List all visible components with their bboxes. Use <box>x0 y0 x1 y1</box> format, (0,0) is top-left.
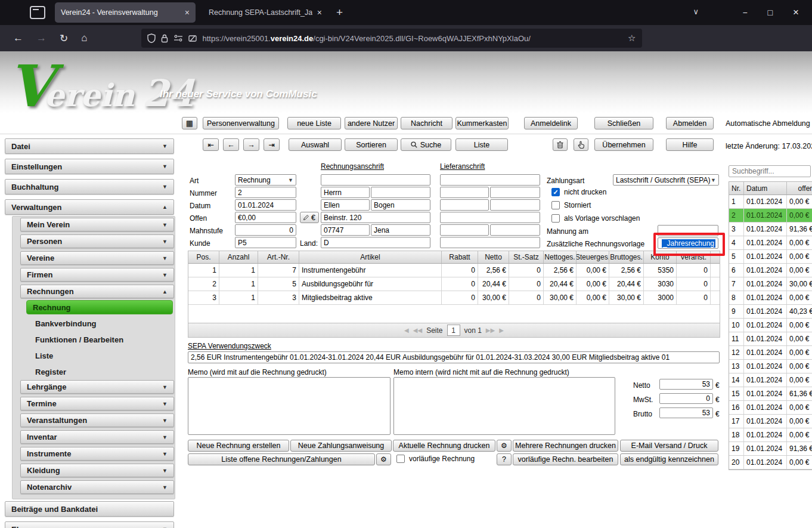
vorlaeufige-bearbeiten-button[interactable]: vorläufige Rechn. bearbeiten <box>513 453 618 465</box>
nachricht-button[interactable]: Nachricht <box>401 117 453 129</box>
next-page-icon[interactable]: ▶▶ <box>486 327 495 334</box>
record-search-input[interactable] <box>729 165 811 177</box>
forward-button[interactable]: → <box>36 32 47 44</box>
sidebar-item[interactable]: Firmen ▼ <box>20 268 174 282</box>
nummer-field[interactable]: 2 <box>235 187 296 198</box>
mwst-field[interactable]: 0 <box>659 393 713 404</box>
anmeldelink-button[interactable]: Anmeldelink <box>524 117 578 129</box>
reload-button[interactable]: ↻ <box>60 32 68 45</box>
hilfe-button[interactable]: Hilfe <box>666 138 714 151</box>
suche-button[interactable]: Suche <box>401 138 451 151</box>
billing-zip-field[interactable]: 07747 <box>321 224 370 236</box>
sidebar-item[interactable]: Buchhaltung ▼ <box>5 179 174 194</box>
billing-city-field[interactable]: Jena <box>371 224 430 236</box>
schliessen-button[interactable]: Schließen <box>594 117 653 129</box>
sidebar-item[interactable]: Datei ▼ <box>5 138 174 154</box>
record-row[interactable]: 4 01.01.2024 0,00 € <box>729 236 812 250</box>
sidebar-item[interactable]: Mein Verein ▼ <box>20 218 174 231</box>
record-row[interactable]: 15 01.01.2024 61,36 € <box>729 387 812 401</box>
sidebar-item[interactable]: Kleidung ▼ <box>20 464 174 477</box>
record-row[interactable]: 16 01.01.2024 0,00 € <box>729 401 812 415</box>
sidebar-item[interactable]: Lehrgänge ▼ <box>20 380 174 394</box>
endgueltig-kennzeichnen-button[interactable]: als endgültig kennzeichnen <box>620 453 718 465</box>
neue-rechnung-button[interactable]: Neue Rechnung erstellen <box>188 440 289 452</box>
sidebar-item[interactable]: Personen ▼ <box>20 234 174 248</box>
record-row[interactable]: 10 01.01.2024 0,00 € <box>729 319 812 332</box>
shipping-title2-field[interactable] <box>490 187 540 198</box>
neue-zahlungsanweisung-button[interactable]: Neue Zahlungsanweisung <box>290 440 392 452</box>
record-row[interactable]: 5 01.01.2024 0,00 € <box>729 250 812 264</box>
shipping-street-field[interactable] <box>440 212 540 223</box>
shipping-country-field[interactable] <box>440 237 540 248</box>
sidebar-item[interactable]: Inventar ▼ <box>20 430 174 444</box>
sidebar-item[interactable]: Rechnung <box>26 300 173 314</box>
record-row[interactable]: 1 01.01.2024 0,00 € <box>729 195 812 209</box>
sidebar-item[interactable]: Funktionen / Bearbeiten <box>29 333 174 346</box>
record-row[interactable]: 19 01.01.2024 91,36 € <box>729 442 812 456</box>
firefox-view-icon[interactable] <box>30 6 45 19</box>
copy-hand-button[interactable] <box>574 138 588 151</box>
mahnstufe-field[interactable]: 0 <box>235 224 296 236</box>
browser-tab-active[interactable]: Verein24 - Vereinsverwaltung × <box>55 2 196 23</box>
sidebar-item[interactable]: Instrumente ▼ <box>20 447 174 461</box>
record-row[interactable]: 6 01.01.2024 0,00 € <box>729 264 812 277</box>
next-record-button[interactable]: → <box>243 138 259 151</box>
liste-button[interactable]: Liste <box>455 138 508 151</box>
first-page-icon[interactable]: ◀ <box>404 327 409 334</box>
memo-intern-textarea[interactable] <box>393 377 615 435</box>
nicht-drucken-checkbox[interactable] <box>551 188 560 196</box>
permissions-icon[interactable] <box>173 35 183 42</box>
sidebar-item[interactable]: Register <box>29 365 174 378</box>
last-page-icon[interactable]: ▶ <box>499 327 504 334</box>
shipping-city-field[interactable] <box>490 224 540 236</box>
window-minimize-button[interactable]: − <box>742 8 747 17</box>
sidebar-item[interactable]: Termine ▼ <box>20 397 174 410</box>
billing-extra-field[interactable] <box>321 174 430 186</box>
shield-icon[interactable] <box>147 33 156 43</box>
sidebar-item[interactable]: Notenarchiv ▼ <box>20 480 174 494</box>
shipping-extra-field[interactable] <box>440 174 540 186</box>
billing-lastname-field[interactable]: Bogen <box>371 199 430 211</box>
record-row[interactable]: 13 01.01.2024 0,00 € <box>729 360 812 373</box>
netto-field[interactable]: 53 <box>659 379 713 390</box>
item-row[interactable]: 31 3Mitgliedsbeitrag aktive 030,00 € 030… <box>188 291 720 305</box>
item-row[interactable]: 11 7Instrumentengebühr 02,56 € 02,56 € 0… <box>188 264 720 277</box>
sidebar-item[interactable]: Beiträge und Bankdatei <box>5 501 174 517</box>
record-row[interactable]: 9 01.01.2024 40,23 € <box>729 305 812 319</box>
browser-tab-inactive[interactable]: Rechnung SEPA-Lastschrift_Jahr × <box>203 2 328 23</box>
rechnung-drucken-button[interactable]: Aktuelle Rechnung drucken <box>393 440 495 452</box>
first-record-button[interactable]: ⇤ <box>203 138 219 151</box>
bookmark-star-icon[interactable]: ☆ <box>628 33 636 44</box>
record-row[interactable]: 20 01.01.2024 0,00 € <box>729 456 812 470</box>
personenverwaltung-button[interactable]: Personenverwaltung <box>203 117 279 129</box>
billing-street-field[interactable]: Beinstr. 120 <box>321 212 430 223</box>
shipping-firstname-field[interactable] <box>440 199 489 211</box>
record-row[interactable]: 2 01.01.2024 0,00 € <box>729 209 812 223</box>
storniert-checkbox[interactable] <box>551 201 560 209</box>
billing-country-field[interactable]: D <box>321 237 430 248</box>
blocked-media-icon[interactable] <box>188 35 197 42</box>
uebernehmen-button[interactable]: Übernehmen <box>594 138 653 151</box>
shipping-salutation-field[interactable] <box>440 187 489 198</box>
auswahl-button[interactable]: Auswahl <box>289 138 342 151</box>
vorlage-checkbox[interactable] <box>551 214 560 223</box>
datum-field[interactable]: 01.01.2024 <box>235 199 296 211</box>
window-close-button[interactable]: × <box>793 7 799 18</box>
brutto-field[interactable]: 53 <box>659 407 713 418</box>
sidebar-item[interactable]: Veranstaltungen ▼ <box>20 413 174 427</box>
help-question-button[interactable]: ? <box>497 453 512 465</box>
kunde-field[interactable]: P5 <box>235 237 296 248</box>
new-tab-button[interactable]: + <box>336 6 343 19</box>
record-row[interactable]: 17 01.01.2024 0,00 € <box>729 415 812 428</box>
billing-title2-field[interactable] <box>371 187 430 198</box>
sidebar-item[interactable]: Ehrungen ▼ <box>5 521 174 528</box>
record-row[interactable]: 7 01.01.2024 30,00 € <box>729 277 812 291</box>
item-row[interactable]: 21 5Ausbildungsgebühr für 020,44 € 020,4… <box>188 277 720 291</box>
sidebar-item[interactable]: Einstellungen ▼ <box>5 159 174 174</box>
list-tabs-chevron-icon[interactable]: ∨ <box>693 7 699 16</box>
art-select[interactable]: Rechnung▼ <box>235 174 296 186</box>
url-bar[interactable]: https://verein25001.verein24.de/cgi-bin/… <box>141 29 642 48</box>
home-button[interactable]: ⌂ <box>81 32 87 44</box>
lock-icon[interactable] <box>161 34 168 43</box>
record-row[interactable]: 3 01.01.2024 91,36 € <box>729 223 812 236</box>
